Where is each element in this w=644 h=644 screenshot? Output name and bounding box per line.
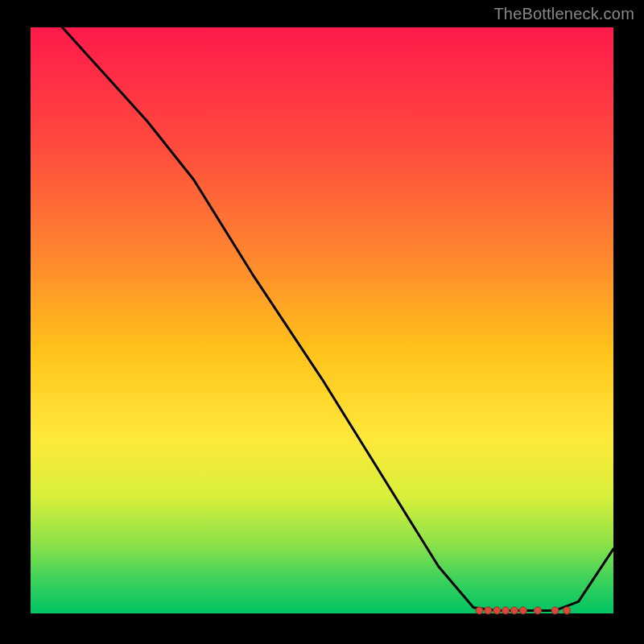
marker-dot	[493, 607, 501, 614]
watermark-text: TheBottleneck.com	[493, 5, 634, 23]
marker-dot	[534, 607, 541, 614]
marker-dot	[510, 607, 518, 614]
curve-line	[31, 0, 613, 610]
marker-dot	[485, 607, 492, 614]
marker-cluster	[476, 607, 571, 614]
chart-svg-overlay	[31, 27, 613, 613]
chart-frame: TheBottleneck.com	[0, 0, 644, 644]
marker-dot	[502, 607, 510, 614]
marker-dot	[476, 607, 483, 614]
marker-dot	[564, 607, 571, 614]
marker-dot	[551, 607, 559, 614]
marker-dot	[519, 607, 526, 614]
